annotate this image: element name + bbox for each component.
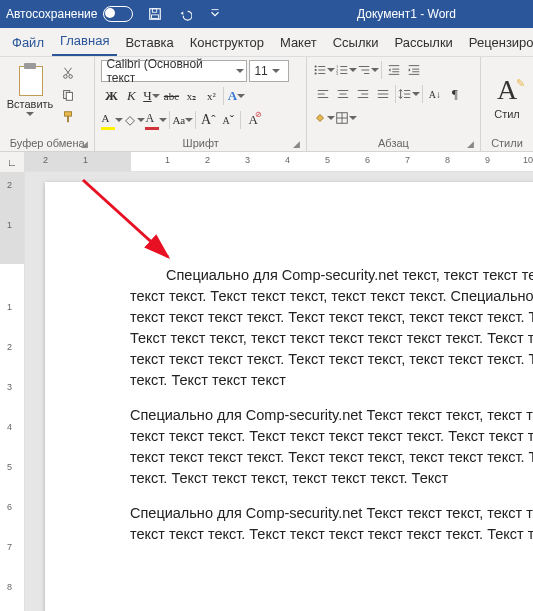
svg-point-16 xyxy=(315,72,317,74)
chevron-down-icon xyxy=(412,90,420,98)
svg-rect-10 xyxy=(65,112,72,116)
chevron-down-icon xyxy=(327,114,335,122)
tab-selector[interactable]: ∟ xyxy=(0,152,25,172)
tab-insert[interactable]: Вставка xyxy=(117,29,181,56)
highlight-button[interactable]: A xyxy=(101,110,123,130)
cut-button[interactable] xyxy=(58,64,78,82)
paragraph-3[interactable]: Специально для Comp-security.net Текст т… xyxy=(130,503,533,545)
undo-button[interactable] xyxy=(175,5,195,23)
decrease-indent-button[interactable] xyxy=(384,60,404,80)
title-bar: Автосохранение Документ1 - Word xyxy=(0,0,533,28)
tab-references[interactable]: Ссылки xyxy=(325,29,387,56)
group-label-font: Шрифт◢ xyxy=(101,135,300,151)
chevron-down-icon xyxy=(272,67,280,75)
save-button[interactable] xyxy=(145,5,165,23)
clipboard-icon xyxy=(15,62,45,96)
chevron-down-icon xyxy=(152,92,160,100)
tab-home[interactable]: Главная xyxy=(52,27,117,56)
svg-rect-2 xyxy=(152,15,159,19)
change-case-button[interactable]: Aa xyxy=(172,110,193,130)
styles-button[interactable]: A✎ xyxy=(497,76,517,104)
chevron-down-icon xyxy=(115,116,123,124)
font-name-combo[interactable]: Calibri (Основной текст xyxy=(101,60,247,82)
chevron-down-icon xyxy=(137,116,145,124)
align-right-button[interactable] xyxy=(353,84,373,104)
strikethrough-button[interactable]: abc xyxy=(161,86,181,106)
dialog-launcher-icon[interactable]: ◢ xyxy=(467,139,474,149)
font-size-combo[interactable]: 11 xyxy=(249,60,289,82)
font-fill-button[interactable] xyxy=(123,110,145,130)
justify-button[interactable] xyxy=(373,84,393,104)
text-effects-button[interactable]: A xyxy=(226,86,246,106)
line-spacing-button[interactable] xyxy=(398,84,420,104)
ribbon: Вставить Буфер обмена◢ Calibri (Основной… xyxy=(0,57,533,152)
ruler-vertical[interactable]: 2 1 1 2 3 4 5 6 7 8 xyxy=(0,172,25,611)
multilevel-list-button[interactable] xyxy=(357,60,379,80)
format-painter-button[interactable] xyxy=(58,108,78,126)
autosave-label: Автосохранение xyxy=(6,7,97,21)
document-area: 2 1 1 2 3 4 5 6 7 8 Специально для Comp-… xyxy=(0,172,533,611)
separator xyxy=(240,111,241,129)
shrink-font-button[interactable]: Aˇ xyxy=(218,110,238,130)
ribbon-tabs: Файл Главная Вставка Конструктор Макет С… xyxy=(0,28,533,57)
grow-font-button[interactable]: Aˆ xyxy=(198,110,218,130)
superscript-button[interactable]: x² xyxy=(201,86,221,106)
autosave-control[interactable]: Автосохранение xyxy=(6,6,133,22)
shading-button[interactable] xyxy=(313,108,335,128)
sort-button[interactable]: A↓ xyxy=(425,84,445,104)
align-left-button[interactable] xyxy=(313,84,333,104)
ruler-horizontal[interactable]: ∟ 2 1 1 2 3 4 5 6 7 8 9 10 xyxy=(0,152,533,172)
clear-formatting-button[interactable]: A⊘ xyxy=(243,110,263,130)
borders-button[interactable] xyxy=(335,108,357,128)
svg-point-4 xyxy=(64,75,68,79)
document-title: Документ1 - Word xyxy=(357,7,456,21)
group-label-styles: Стили xyxy=(487,135,527,151)
separator xyxy=(422,85,423,103)
chevron-down-icon xyxy=(371,66,379,74)
bullets-button[interactable] xyxy=(313,60,335,80)
svg-point-12 xyxy=(315,65,317,67)
chevron-down-icon xyxy=(236,67,244,75)
page-viewport[interactable]: Специально для Comp-security.net текст, … xyxy=(25,172,533,611)
tab-review[interactable]: Рецензирова xyxy=(461,29,533,56)
chevron-down-icon xyxy=(327,66,335,74)
dialog-launcher-icon[interactable]: ◢ xyxy=(81,139,88,149)
increase-indent-button[interactable] xyxy=(404,60,424,80)
svg-point-5 xyxy=(69,75,73,79)
copy-button[interactable] xyxy=(58,86,78,104)
dialog-launcher-icon[interactable]: ◢ xyxy=(293,139,300,149)
paste-button[interactable]: Вставить xyxy=(6,60,54,118)
svg-rect-9 xyxy=(66,92,72,100)
chevron-down-icon xyxy=(349,114,357,122)
tab-mailings[interactable]: Рассылки xyxy=(386,29,460,56)
chevron-down-icon xyxy=(349,66,357,74)
align-center-button[interactable] xyxy=(333,84,353,104)
separator xyxy=(169,111,170,129)
quick-access-toolbar xyxy=(145,5,225,23)
document-body[interactable]: Специально для Comp-security.net текст, … xyxy=(130,265,533,559)
group-styles: A✎ Стил Стили xyxy=(481,57,533,151)
bold-button[interactable]: Ж xyxy=(101,86,121,106)
tab-file[interactable]: Файл xyxy=(4,29,52,56)
underline-button[interactable]: Ч xyxy=(141,86,161,106)
page: Специально для Comp-security.net текст, … xyxy=(45,182,533,611)
tab-layout[interactable]: Макет xyxy=(272,29,325,56)
svg-text:3: 3 xyxy=(336,71,339,76)
svg-point-14 xyxy=(315,69,317,71)
tab-design[interactable]: Конструктор xyxy=(182,29,272,56)
group-label-clipboard: Буфер обмена◢ xyxy=(6,135,88,151)
font-color-button[interactable]: A xyxy=(145,110,167,130)
autosave-toggle-icon[interactable] xyxy=(103,6,133,22)
subscript-button[interactable]: x₂ xyxy=(181,86,201,106)
paragraph-1[interactable]: Специально для Comp-security.net текст, … xyxy=(130,265,533,391)
chevron-down-icon[interactable] xyxy=(26,110,34,118)
svg-rect-11 xyxy=(67,116,69,122)
qat-dropdown-icon[interactable] xyxy=(205,5,225,23)
paragraph-2[interactable]: Специально для Comp-security.net Текст т… xyxy=(130,405,533,489)
paste-label: Вставить xyxy=(7,98,54,110)
numbering-button[interactable]: 123 xyxy=(335,60,357,80)
show-marks-button[interactable]: ¶ xyxy=(445,84,465,104)
italic-button[interactable]: К xyxy=(121,86,141,106)
group-clipboard: Вставить Буфер обмена◢ xyxy=(0,57,95,151)
group-label-paragraph: Абзац◢ xyxy=(313,135,474,151)
